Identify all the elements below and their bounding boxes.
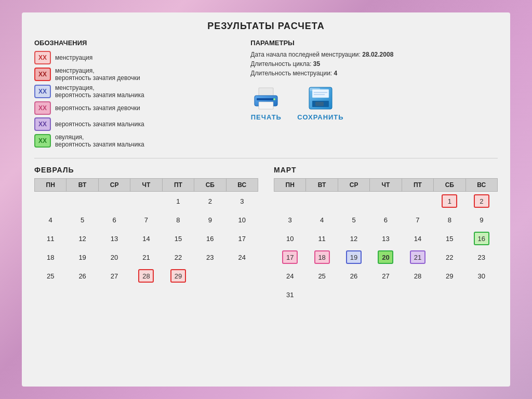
legend-item-6: XX овуляция,вероятность зачатия мальчика (34, 134, 240, 148)
feb-cell: 17 (226, 229, 258, 248)
svg-point-4 (273, 98, 275, 100)
mar-cell: 26 (338, 267, 369, 285)
buttons-row: ПЕЧАТЬ (250, 85, 498, 121)
day-mar-1: 1 (442, 194, 457, 208)
feb-th-sb: СБ (194, 179, 226, 192)
mar-cell: 4 (306, 210, 338, 229)
params-mens: Длительность менструации: 4 (250, 70, 498, 77)
feb-cell: 19 (66, 248, 98, 267)
mar-th-sb: СБ (434, 179, 466, 192)
table-row: 1 2 3 (35, 192, 258, 211)
feb-cell: 27 (98, 267, 130, 285)
feb-cell-29: 29 (162, 267, 194, 285)
feb-cell (98, 192, 130, 211)
print-button[interactable]: ПЕЧАТЬ (250, 85, 282, 121)
legend-label-5: вероятность зачатия мальчика (55, 121, 144, 128)
params-title: ПАРАМЕТРЫ (250, 39, 498, 47)
feb-cell: 25 (35, 267, 66, 285)
march-calendar: МАРТ ПН ВТ СР ЧТ ПТ СБ ВС (274, 166, 498, 304)
feb-cell: 16 (194, 229, 226, 248)
mar-cell: 24 (274, 267, 306, 285)
feb-cell: 8 (162, 210, 194, 229)
feb-cell: 20 (98, 248, 130, 267)
mar-cell (370, 192, 402, 211)
save-label: СОХРАНИТЬ (297, 113, 343, 121)
svg-rect-12 (310, 88, 320, 91)
mar-header-row: ПН ВТ СР ЧТ ПТ СБ ВС (274, 179, 498, 192)
feb-th-cht: ЧТ (130, 179, 162, 192)
feb-cell: 1 (162, 192, 194, 211)
mar-cell: 10 (274, 229, 306, 248)
svg-rect-11 (315, 102, 324, 106)
feb-cell: 12 (66, 229, 98, 248)
print-icon (250, 85, 282, 111)
table-row: 3 4 5 6 7 8 9 (274, 210, 498, 229)
table-row: 31 (274, 285, 498, 304)
day-mar-2: 2 (474, 194, 489, 208)
mar-cell: 29 (434, 267, 466, 285)
mar-cell: 22 (434, 248, 466, 267)
feb-cell: 24 (226, 248, 258, 267)
feb-cell: 26 (66, 267, 98, 285)
table-row: 17 18 19 20 21 22 23 (274, 248, 498, 267)
mar-cell (434, 285, 466, 304)
mar-th-vs: ВС (466, 179, 497, 192)
mar-cell-2: 2 (466, 192, 497, 211)
feb-th-vs: ВС (226, 179, 258, 192)
table-row: 24 25 26 27 28 29 30 (274, 267, 498, 285)
save-button[interactable]: СОХРАНИТЬ (297, 85, 343, 121)
legend-box-red: XX (34, 51, 51, 64)
mar-cell: 23 (466, 248, 497, 267)
feb-cell (194, 267, 226, 285)
feb-cell: 6 (98, 210, 130, 229)
table-row: 11 12 13 14 15 16 17 (35, 229, 258, 248)
mar-th-pt: ПТ (402, 179, 433, 192)
params-date: Дата начала последней менструации: 28.02… (250, 51, 498, 58)
feb-cell: 9 (194, 210, 226, 229)
march-table: ПН ВТ СР ЧТ ПТ СБ ВС (274, 178, 498, 304)
feb-cell (66, 192, 98, 211)
day-mar-18: 18 (314, 250, 330, 264)
mar-th-pn: ПН (274, 179, 306, 192)
params-cycle: Длительность цикла: 35 (250, 60, 498, 68)
feb-th-pt: ПТ (162, 179, 194, 192)
feb-cell: 2 (194, 192, 226, 211)
day-mar-21: 21 (410, 250, 425, 264)
mar-cell: 9 (466, 210, 497, 229)
mar-cell: 6 (370, 210, 402, 229)
mar-th-sr: СР (338, 179, 369, 192)
mar-cell (274, 192, 306, 211)
mar-th-cht: ЧТ (370, 179, 402, 192)
feb-cell (35, 192, 66, 211)
legend-section: ОБОЗНАЧЕНИЯ XX менструация XX менструаци… (34, 39, 240, 151)
table-row: 10 11 12 13 14 15 16 (274, 229, 498, 248)
legend-item-3: XX менструация,вероятность зачатия мальч… (34, 84, 240, 99)
legend-label-3: менструация,вероятность зачатия мальчика (55, 84, 144, 99)
mar-cell-20: 20 (370, 248, 402, 267)
mar-cell: 8 (434, 210, 466, 229)
legend-item-4: XX вероятность зачатия девочки (34, 101, 240, 115)
mar-cell (466, 285, 497, 304)
march-title: МАРТ (274, 166, 498, 174)
mar-cell (402, 285, 433, 304)
mar-cell: 14 (402, 229, 433, 248)
top-section: ОБОЗНАЧЕНИЯ XX менструация XX менструаци… (34, 39, 498, 158)
mar-cell: 13 (370, 229, 402, 248)
legend-label-6: овуляция,вероятность зачатия мальчика (55, 134, 144, 148)
feb-cell: 13 (98, 229, 130, 248)
legend-title: ОБОЗНАЧЕНИЯ (34, 39, 240, 47)
february-table: ПН ВТ СР ЧТ ПТ СБ ВС (34, 178, 258, 285)
day-28: 28 (138, 269, 154, 283)
february-calendar: ФЕВРАЛЬ ПН ВТ СР ЧТ ПТ СБ ВС (34, 166, 258, 304)
legend-item-5: XX вероятность зачатия мальчика (34, 117, 240, 131)
feb-th-vt: ВТ (66, 179, 98, 192)
table-row: 1 2 (274, 192, 498, 211)
mar-cell (338, 192, 369, 211)
mar-cell (402, 192, 433, 211)
page-title: РЕЗУЛЬТАТЫ РАСЧЕТА (34, 21, 498, 32)
mar-cell: 12 (338, 229, 369, 248)
table-row: 25 26 27 28 29 (35, 267, 258, 285)
mar-cell: 3 (274, 210, 306, 229)
feb-cell: 18 (35, 248, 66, 267)
table-row: 18 19 20 21 22 23 24 (35, 248, 258, 267)
